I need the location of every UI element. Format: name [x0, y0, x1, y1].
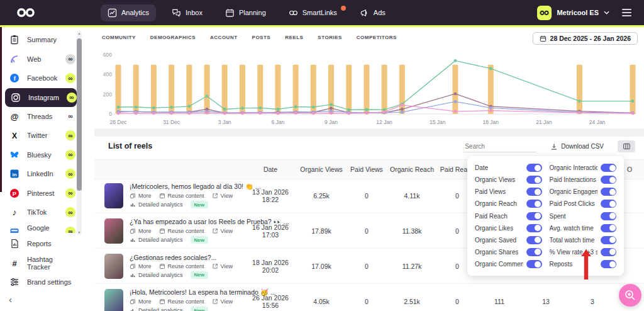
subnav-tab-demographics[interactable]: DEMOGRAPHICS	[150, 31, 196, 43]
cell-organic-views: 17.09k	[296, 263, 347, 270]
connected-badge: ∞	[65, 227, 75, 233]
account-name: Metricool ES	[557, 9, 599, 16]
nav-tab-analytics[interactable]: Analytics	[101, 4, 156, 21]
connected-badge: ∞	[65, 150, 75, 160]
subnav-tab-community[interactable]: COMMUNITY	[102, 31, 136, 43]
more-button[interactable]: More	[130, 263, 152, 269]
scroll-down-arrow-icon[interactable]: ▼	[78, 230, 81, 235]
reel-summary: ¡Hola, Metricoolers! La espera ha termin…	[94, 288, 245, 311]
toggle-organic-engagement[interactable]	[601, 188, 616, 196]
reuse-button[interactable]: Reuse content	[159, 298, 204, 305]
cell-date: 26 Jan 2026 15:56	[245, 294, 296, 309]
columns-icon	[623, 142, 631, 150]
connected-badge: ∞	[65, 111, 75, 122]
reel-thumbnail[interactable]	[104, 183, 123, 208]
new-badge: New	[191, 201, 208, 208]
col-header-organic-reach[interactable]: Organic Reach	[386, 166, 438, 173]
column-toggle-row: Organic Views	[475, 174, 542, 186]
download-csv-button[interactable]: Download CSV	[547, 142, 608, 151]
toggle-paid-reach[interactable]	[526, 212, 542, 220]
ads-icon	[360, 8, 369, 18]
date-range-button[interactable]: 28 Dec 2025 - 26 Jan 2026	[533, 32, 638, 45]
column-toggle-row: Paid Post Clicks	[550, 198, 617, 210]
reel-thumbnail[interactable]	[104, 218, 123, 244]
sidebar-collapse-button[interactable]: ‹	[9, 294, 12, 305]
view-button[interactable]: View	[212, 228, 233, 234]
toggle-organic-comments[interactable]	[526, 260, 542, 268]
svg-text:12 Jan: 12 Jan	[376, 119, 392, 125]
subnav-tab-reels[interactable]: REELS	[285, 31, 303, 43]
sidebar-item-instagram[interactable]: Instagram∞	[5, 88, 77, 107]
sidebar-item-brand-settings[interactable]: Brand settings	[0, 273, 94, 292]
nav-tab-smartlinks[interactable]: SmartLinks	[282, 4, 344, 21]
summary-icon	[9, 35, 19, 45]
reel-thumbnail[interactable]	[104, 254, 123, 279]
sidebar-item-reports[interactable]: Reports	[0, 234, 94, 254]
menu-icon[interactable]	[622, 9, 631, 16]
toggle-organic-interactions[interactable]	[601, 164, 616, 172]
sidebar-item-hashtag-tracker[interactable]: #Hashtag Tracker	[0, 254, 94, 273]
metricool-logo-icon[interactable]	[16, 8, 35, 18]
toggle-paid-interactions[interactable]	[601, 176, 616, 184]
analytics-button[interactable]: Detailed analytics	[130, 272, 183, 278]
twitter-icon: X	[9, 130, 19, 141]
reuse-icon	[159, 298, 165, 305]
cell-date: 16 Jan 2026 17:03	[245, 223, 296, 239]
toggle-organic-views[interactable]	[526, 176, 542, 184]
toggle-organic-likes[interactable]	[526, 224, 542, 232]
toggle-paid-views[interactable]	[526, 188, 542, 196]
column-settings-button[interactable]	[618, 140, 635, 152]
view-button[interactable]: View	[212, 193, 233, 199]
toggle-view-rate-3-sec[interactable]	[601, 248, 616, 256]
toggle-organic-shares[interactable]	[526, 248, 542, 256]
more-icon	[130, 298, 136, 305]
more-button[interactable]: More	[130, 228, 152, 234]
reuse-button[interactable]: Reuse content	[159, 263, 204, 269]
column-toggles-panel: DateOrganic ViewsPaid ViewsOrganic Reach…	[467, 156, 624, 276]
sidebar-scrollbar[interactable]: ▲ ▼	[77, 31, 82, 235]
reel-title: ¡Metricoolers, hemos llegado al día 30! …	[130, 183, 261, 191]
nav-tab-ads[interactable]: Ads	[353, 4, 392, 21]
nav-tab-inbox[interactable]: Inbox	[165, 4, 209, 21]
analytics-button[interactable]: Detailed analytics	[130, 307, 183, 311]
search-input[interactable]	[464, 141, 536, 152]
scroll-up-arrow-icon[interactable]: ▲	[78, 31, 81, 36]
subnav-tab-account[interactable]: ACCOUNT	[210, 31, 238, 43]
reel-thumbnail[interactable]	[104, 289, 123, 311]
toggle-date[interactable]	[526, 164, 542, 172]
toggle-avg-watch-time[interactable]	[601, 224, 616, 232]
col-header-organic-views[interactable]: Organic Views	[296, 166, 347, 173]
reuse-button[interactable]: Reuse content	[159, 228, 204, 234]
google-busines-icon	[9, 226, 19, 233]
subnav-tab-competitors[interactable]: COMPETITORS	[357, 31, 397, 43]
column-toggle-row: Paid Views	[475, 186, 542, 198]
col-header-paid-views[interactable]: Paid Views	[347, 166, 386, 173]
account-switcher[interactable]: Metricool ES	[537, 6, 609, 20]
analytics-subnav: COMMUNITYDEMOGRAPHICSACCOUNTPOSTSREELSST…	[102, 31, 397, 43]
cell-organic-reach: 11.38k	[386, 227, 438, 235]
toggle-organic-saved[interactable]	[526, 236, 542, 244]
more-button[interactable]: More	[130, 298, 152, 305]
inbox-icon	[172, 8, 181, 18]
view-button[interactable]: View	[212, 263, 233, 269]
toggle-organic-reach[interactable]	[526, 200, 542, 208]
analytics-button[interactable]: Detailed analytics	[130, 237, 183, 243]
col-header-date[interactable]: Date	[245, 166, 296, 173]
zoom-search-fab[interactable]	[619, 284, 641, 307]
toggle-reposts[interactable]	[601, 260, 616, 268]
toggle-label: Organic Engagement	[550, 188, 598, 195]
tiktok-icon: ♪	[9, 207, 19, 218]
analytics-button[interactable]: Detailed analytics	[130, 201, 183, 208]
subnav-tab-posts[interactable]: POSTS	[252, 31, 271, 43]
subnav-tab-stories[interactable]: STORIES	[318, 31, 341, 43]
toggle-label: Organic Views	[475, 176, 515, 183]
toggle-paid-post-clicks[interactable]	[601, 200, 616, 208]
toggle-total-watch-time[interactable]	[601, 236, 616, 244]
more-button[interactable]: More	[130, 193, 152, 199]
view-button[interactable]: View	[212, 298, 233, 305]
nav-tab-planning[interactable]: Planning	[218, 4, 273, 21]
toggle-spent[interactable]	[601, 212, 616, 220]
scrollbar-thumb[interactable]	[77, 38, 82, 191]
column-toggle-row: Organic Comments	[475, 258, 542, 270]
reuse-button[interactable]: Reuse content	[159, 193, 204, 199]
